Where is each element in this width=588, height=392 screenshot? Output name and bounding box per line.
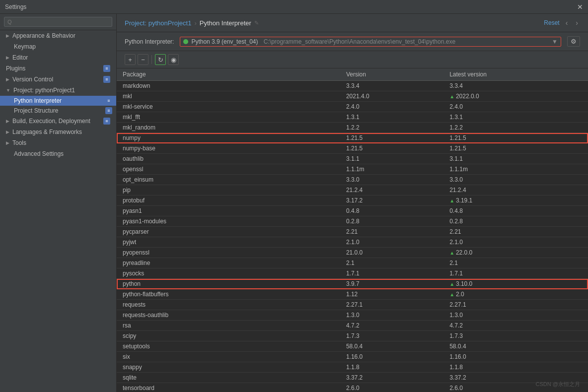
cell-version: 3.9.7 xyxy=(340,279,443,289)
table-row[interactable]: pyasn1-modules0.2.80.2.8 xyxy=(117,216,588,227)
cell-version: 1.16.0 xyxy=(340,352,443,362)
table-row[interactable]: sqlite3.37.23.37.2 xyxy=(117,373,588,383)
sidebar-item-build[interactable]: Build, Execution, Deployment ≡ xyxy=(0,116,116,127)
table-row[interactable]: mkl2021.4.02022.0.0 xyxy=(117,91,588,102)
sidebar-item-label: Keymap xyxy=(14,43,36,50)
cell-latest: 1.3.1 xyxy=(443,112,588,123)
sidebar-item-plugins[interactable]: Plugins ≡ xyxy=(0,63,116,74)
cell-version: 58.0.4 xyxy=(340,341,443,352)
table-row[interactable]: oauthlib3.1.13.1.1 xyxy=(117,154,588,164)
cell-latest: 3.3.0 xyxy=(443,175,588,185)
sidebar-subitem-python-interpreter[interactable]: Python Interpreter ≡ xyxy=(0,96,116,106)
cell-latest: 3.1.1 xyxy=(443,154,588,164)
cell-latest: 3.3.4 xyxy=(443,81,588,91)
cell-package: mkl-service xyxy=(117,102,340,112)
sidebar-item-label: Editor xyxy=(12,54,28,61)
cell-version: 1.1.8 xyxy=(340,362,443,373)
cell-version: 2021.4.0 xyxy=(340,91,443,102)
table-row[interactable]: openssl1.1.1m1.1.1m xyxy=(117,164,588,175)
sidebar-item-project[interactable]: Project: pythonProject1 xyxy=(0,85,116,96)
column-header-package[interactable]: Package xyxy=(117,68,340,81)
column-header-version[interactable]: Version xyxy=(340,68,443,81)
cell-version: 3.3.4 xyxy=(340,81,443,91)
sidebar-search-input[interactable] xyxy=(4,17,112,27)
cell-package: python-flatbuffers xyxy=(117,289,340,300)
sidebar-item-advanced[interactable]: Advanced Settings xyxy=(0,148,116,159)
cell-version: 3.17.2 xyxy=(340,196,443,206)
nav-forward-button[interactable]: › xyxy=(574,18,580,28)
sidebar: Appearance & Behavior Keymap Editor Plug… xyxy=(0,14,117,392)
cell-package: pyasn1 xyxy=(117,206,340,216)
cell-package: rsa xyxy=(117,321,340,331)
table-row[interactable]: requests-oauthlib1.3.01.3.0 xyxy=(117,310,588,321)
packages-tbody: markdown3.3.43.3.4mkl2021.4.02022.0.0mkl… xyxy=(117,81,588,392)
sidebar-item-appearance[interactable]: Appearance & Behavior xyxy=(0,30,116,41)
interpreter-dropdown-icon[interactable]: ▼ xyxy=(552,38,558,45)
cell-version: 4.7.2 xyxy=(340,321,443,331)
sidebar-item-tools[interactable]: Tools xyxy=(0,137,116,148)
breadcrumb-separator: › xyxy=(194,19,196,27)
sidebar-item-languages[interactable]: Languages & Frameworks xyxy=(0,127,116,137)
cell-latest: 4.7.2 xyxy=(443,321,588,331)
sidebar-item-label: Build, Execution, Deployment xyxy=(12,118,90,125)
sidebar-search-container xyxy=(0,14,116,30)
table-row[interactable]: mkl_random1.2.21.2.2 xyxy=(117,123,588,133)
cell-version: 21.0.0 xyxy=(340,248,443,258)
sidebar-item-editor[interactable]: Editor xyxy=(0,52,116,63)
refresh-packages-button[interactable]: ↻ xyxy=(155,54,166,65)
table-row[interactable]: pysocks1.7.11.7.1 xyxy=(117,268,588,279)
table-row[interactable]: requests2.27.12.27.1 xyxy=(117,300,588,310)
cell-latest: 3.19.1 xyxy=(443,196,588,206)
toolbar-separator xyxy=(151,55,152,64)
table-row[interactable]: pyopenssl21.0.022.0.0 xyxy=(117,248,588,258)
interpreter-select-wrap[interactable]: Python 3.9 (env_test_04) C:\programme_so… xyxy=(180,37,561,47)
edit-icon[interactable]: ✎ xyxy=(254,20,259,26)
sidebar-item-vcs[interactable]: Version Control ≡ xyxy=(0,74,116,85)
table-row[interactable]: protobuf3.17.23.19.1 xyxy=(117,196,588,206)
table-row[interactable]: pyasn10.4.80.4.8 xyxy=(117,206,588,216)
cell-version: 21.2.4 xyxy=(340,185,443,196)
nav-back-button[interactable]: ‹ xyxy=(564,18,570,28)
reset-button[interactable]: Reset xyxy=(544,19,559,26)
cell-latest: 3.10.0 xyxy=(443,279,588,289)
sidebar-item-label: Tools xyxy=(12,139,26,146)
table-row[interactable]: mkl_fft1.3.11.3.1 xyxy=(117,112,588,123)
table-row[interactable]: pip21.2.421.2.4 xyxy=(117,185,588,196)
cell-version: 1.21.5 xyxy=(340,143,443,154)
table-row[interactable]: markdown3.3.43.3.4 xyxy=(117,81,588,91)
table-row[interactable]: rsa4.7.24.7.2 xyxy=(117,321,588,331)
content-header: Project: pythonProject1 › Python Interpr… xyxy=(117,14,588,32)
table-row[interactable]: snappy1.1.81.1.8 xyxy=(117,362,588,373)
column-header-latest[interactable]: Latest version xyxy=(443,68,588,81)
table-row[interactable]: mkl-service2.4.02.4.0 xyxy=(117,102,588,112)
breadcrumb-project[interactable]: Project: pythonProject1 xyxy=(125,19,191,27)
table-row[interactable]: python3.9.73.10.0 xyxy=(117,279,588,289)
show-package-button[interactable]: ◉ xyxy=(168,54,179,65)
sidebar-subitem-project-structure[interactable]: Project Structure ≡ xyxy=(0,106,116,116)
table-row[interactable]: numpy1.21.51.21.5 xyxy=(117,133,588,143)
table-row[interactable]: pycparser2.212.21 xyxy=(117,227,588,237)
table-row[interactable]: tensorboard2.6.02.6.0 xyxy=(117,383,588,392)
table-row[interactable]: setuptools58.0.458.0.4 xyxy=(117,341,588,352)
table-row[interactable]: numpy-base1.21.51.21.5 xyxy=(117,143,588,154)
add-package-button[interactable]: + xyxy=(125,54,136,65)
table-row[interactable]: six1.16.01.16.0 xyxy=(117,352,588,362)
interpreter-bar: Python Interpreter: Python 3.9 (env_test… xyxy=(117,32,588,51)
cell-version: 3.1.1 xyxy=(340,154,443,164)
table-row[interactable]: opt_einsum3.3.03.3.0 xyxy=(117,175,588,185)
table-row[interactable]: pyjwt2.1.02.1.0 xyxy=(117,237,588,248)
cell-latest: 1.1.1m xyxy=(443,164,588,175)
interpreter-settings-button[interactable]: ⚙ xyxy=(567,36,580,47)
cell-package: scipy xyxy=(117,331,340,341)
cell-package: numpy xyxy=(117,133,340,143)
table-row[interactable]: python-flatbuffers1.122.0 xyxy=(117,289,588,300)
sidebar-section: Appearance & Behavior Keymap Editor Plug… xyxy=(0,30,116,159)
cell-package: requests xyxy=(117,300,340,310)
packages-toolbar: + − ↻ ◉ xyxy=(117,51,588,68)
close-button[interactable]: ✕ xyxy=(577,3,583,11)
table-row[interactable]: pyreadline2.12.1 xyxy=(117,258,588,268)
table-row[interactable]: scipy1.7.31.7.3 xyxy=(117,331,588,341)
sidebar-item-keymap[interactable]: Keymap xyxy=(0,41,116,52)
cell-package: openssl xyxy=(117,164,340,175)
remove-package-button[interactable]: − xyxy=(138,54,148,65)
